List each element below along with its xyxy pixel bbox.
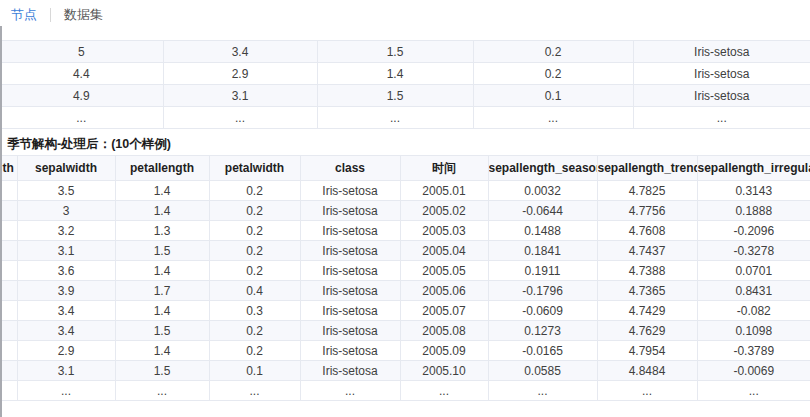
table-cell: 3.6 xyxy=(17,261,115,281)
table-cell: Iris-setosa xyxy=(300,301,400,321)
table-cell: 2.9 xyxy=(17,341,115,361)
column-header: sepallength_season xyxy=(488,156,597,181)
table-header-row: thsepalwidthpetallengthpetalwidthclass时间… xyxy=(0,156,810,181)
table-cell: 2005.08 xyxy=(400,321,488,341)
table-cell: 4.7437 xyxy=(597,241,697,261)
table-cell: ... xyxy=(163,107,317,129)
table-cell: Iris-setosa xyxy=(300,261,400,281)
table-cell: 3.4 xyxy=(163,41,317,63)
table-row: ........................ xyxy=(0,381,810,401)
preview-panel: 节点 数据集 53.41.50.2Iris-setosa4.42.91.40.2… xyxy=(0,0,810,417)
column-header: petallength xyxy=(115,156,209,181)
table-cell: 4.7954 xyxy=(597,341,697,361)
table-cell: ... xyxy=(317,107,473,129)
table-row: 3.21.30.2Iris-setosa2005.030.14884.7608-… xyxy=(0,221,810,241)
table-cell: 2005.03 xyxy=(400,221,488,241)
table-cell: 0.2 xyxy=(473,63,633,85)
table-cell: 0.2 xyxy=(209,181,300,201)
input-preview-table: 53.41.50.2Iris-setosa4.42.91.40.2Iris-se… xyxy=(0,40,810,129)
table-row: 3.61.40.2Iris-setosa2005.050.19114.73880… xyxy=(0,261,810,281)
table-cell: ... xyxy=(400,381,488,401)
table-cell: 1.7 xyxy=(115,281,209,301)
table-cell: Iris-setosa xyxy=(300,241,400,261)
table-cell xyxy=(0,281,17,301)
table-cell: ... xyxy=(209,381,300,401)
table-cell: 2005.07 xyxy=(400,301,488,321)
table-cell: -0.0644 xyxy=(488,201,597,221)
table-cell: 3.2 xyxy=(17,221,115,241)
table-cell xyxy=(0,181,17,201)
table-cell: -0.082 xyxy=(697,301,810,321)
section-title: 季节解构-处理后：(10个样例) xyxy=(0,129,810,155)
table-cell: 0.1488 xyxy=(488,221,597,241)
table-cell xyxy=(0,201,17,221)
table-cell: Iris-setosa xyxy=(633,41,810,63)
table-row: ............... xyxy=(0,107,810,129)
table-cell: ... xyxy=(115,381,209,401)
column-header: th xyxy=(0,156,17,181)
table-cell: ... xyxy=(300,381,400,401)
table-cell: 1.5 xyxy=(317,41,473,63)
table-cell: 0.0585 xyxy=(488,361,597,381)
table-cell: 0.2 xyxy=(473,41,633,63)
table-cell: 0.2 xyxy=(209,261,300,281)
table-cell: 4.9 xyxy=(0,85,163,107)
column-header: class xyxy=(300,156,400,181)
table-cell: 1.3 xyxy=(115,221,209,241)
table-cell: Iris-setosa xyxy=(633,85,810,107)
table-cell: -0.0165 xyxy=(488,341,597,361)
table-cell: 1.4 xyxy=(115,201,209,221)
table-cell: 0.1098 xyxy=(697,321,810,341)
table-cell: 2005.02 xyxy=(400,201,488,221)
table-cell: 2005.06 xyxy=(400,281,488,301)
table-cell: ... xyxy=(0,107,163,129)
table-cell: 4.7388 xyxy=(597,261,697,281)
tab-nodes[interactable]: 节点 xyxy=(11,7,37,22)
table-cell: 0.8431 xyxy=(697,281,810,301)
table-cell: 3 xyxy=(17,201,115,221)
table-cell: 4.4 xyxy=(0,63,163,85)
table-cell: 0.1888 xyxy=(697,201,810,221)
table-cell: 0.1 xyxy=(473,85,633,107)
table-cell: 4.7429 xyxy=(597,301,697,321)
table-cell xyxy=(0,381,17,401)
table-cell: Iris-setosa xyxy=(300,201,400,221)
table-cell: 0.0032 xyxy=(488,181,597,201)
table-cell: 2005.09 xyxy=(400,341,488,361)
table-cell: 2005.01 xyxy=(400,181,488,201)
table-cell: 1.4 xyxy=(317,63,473,85)
column-header: petalwidth xyxy=(209,156,300,181)
table-row: 4.42.91.40.2Iris-setosa xyxy=(0,63,810,85)
table-cell: 0.1841 xyxy=(488,241,597,261)
table-cell: 3.5 xyxy=(17,181,115,201)
table-cell: 1.5 xyxy=(115,321,209,341)
table-cell: 4.7629 xyxy=(597,321,697,341)
table-cell: 1.4 xyxy=(115,181,209,201)
table-row: 53.41.50.2Iris-setosa xyxy=(0,41,810,63)
table-cell: Iris-setosa xyxy=(300,221,400,241)
table-cell: -0.3789 xyxy=(697,341,810,361)
table-cell: 0.2 xyxy=(209,221,300,241)
table-cell xyxy=(0,221,17,241)
table-cell: 5 xyxy=(0,41,163,63)
table-cell: -0.0069 xyxy=(697,361,810,381)
tab-dataset[interactable]: 数据集 xyxy=(64,7,103,22)
table-cell xyxy=(0,261,17,281)
table-row: 3.11.50.1Iris-setosa2005.100.05854.8484-… xyxy=(0,361,810,381)
table-cell: 0.1 xyxy=(209,361,300,381)
table-cell xyxy=(0,321,17,341)
table-cell: ... xyxy=(488,381,597,401)
table-cell: 2005.04 xyxy=(400,241,488,261)
table-cell: -0.2096 xyxy=(697,221,810,241)
table-cell: -0.0609 xyxy=(488,301,597,321)
table-cell: 2005.05 xyxy=(400,261,488,281)
table-cell: 4.7756 xyxy=(597,201,697,221)
table-cell xyxy=(0,241,17,261)
column-header: sepalwidth xyxy=(17,156,115,181)
table-row: 3.11.50.2Iris-setosa2005.040.18414.7437-… xyxy=(0,241,810,261)
table-cell: 0.1273 xyxy=(488,321,597,341)
table-row: 2.91.40.2Iris-setosa2005.09-0.01654.7954… xyxy=(0,341,810,361)
table-cell: 3.1 xyxy=(163,85,317,107)
table-cell: -0.1796 xyxy=(488,281,597,301)
column-header: sepallength_irregular xyxy=(697,156,810,181)
